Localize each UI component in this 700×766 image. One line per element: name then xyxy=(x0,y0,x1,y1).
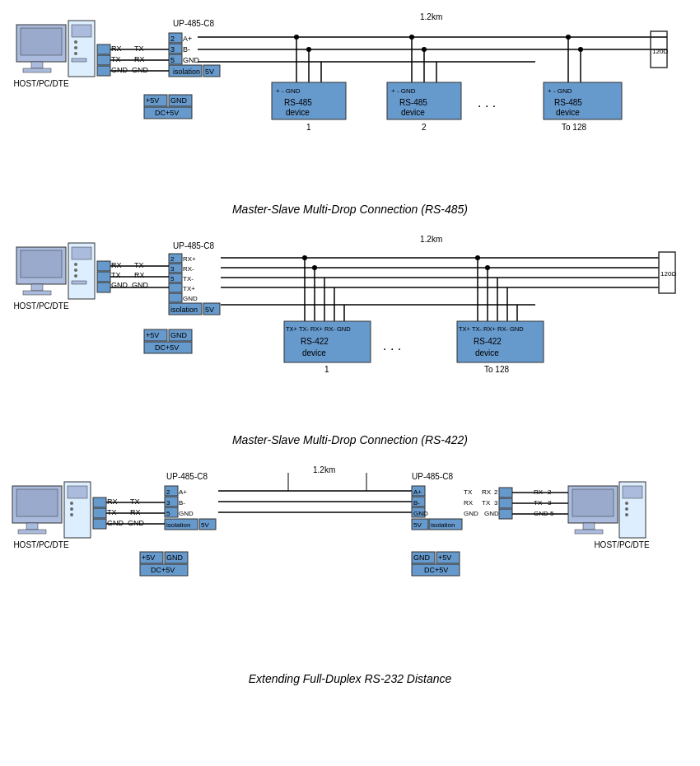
svg-point-173 xyxy=(70,502,73,505)
svg-text:HOST/PC/DTE: HOST/PC/DTE xyxy=(13,301,69,311)
svg-text:TX+ TX- RX+ RX- GND: TX+ TX- RX+ RX- GND xyxy=(459,325,524,333)
svg-text:HOST/PC/DTE: HOST/PC/DTE xyxy=(13,79,69,88)
svg-text:GND: GND xyxy=(183,295,198,302)
svg-text:+  -  GND: + - GND xyxy=(391,87,416,95)
svg-text:GND: GND xyxy=(484,510,499,517)
svg-text:. . .: . . . xyxy=(478,96,496,110)
svg-point-174 xyxy=(70,507,73,511)
svg-text:RX: RX xyxy=(482,488,492,496)
svg-rect-172 xyxy=(68,486,87,498)
svg-point-7 xyxy=(74,46,77,49)
svg-text:5: 5 xyxy=(170,56,175,64)
svg-rect-20 xyxy=(97,44,110,54)
svg-text:TX: TX xyxy=(111,55,121,63)
svg-text:isolation: isolation xyxy=(166,521,190,529)
svg-text:UP-485-C8: UP-485-C8 xyxy=(173,19,214,28)
svg-text:5V: 5V xyxy=(205,68,214,76)
svg-text:5V: 5V xyxy=(413,521,422,529)
svg-text:isolation: isolation xyxy=(170,306,198,314)
svg-rect-5 xyxy=(72,25,91,37)
svg-point-258 xyxy=(625,513,628,516)
rs485-diagram: HOST/PC/DTE 2 RX TX 3 TX RX 5 GND GND UP… xyxy=(8,8,692,198)
svg-text:GND: GND xyxy=(107,519,124,527)
svg-rect-85 xyxy=(21,250,62,278)
svg-text:TX: TX xyxy=(111,271,121,279)
svg-point-6 xyxy=(74,40,77,44)
svg-text:RX: RX xyxy=(134,271,145,279)
svg-text:. . .: . . . xyxy=(383,339,401,353)
svg-text:1: 1 xyxy=(306,123,311,132)
svg-text:UP-485-C8: UP-485-C8 xyxy=(412,472,453,481)
svg-point-257 xyxy=(625,507,628,511)
svg-text:GND: GND xyxy=(534,510,548,517)
svg-text:To 128: To 128 xyxy=(562,123,586,132)
svg-text:2: 2 xyxy=(170,35,175,43)
svg-rect-106 xyxy=(97,283,110,292)
svg-text:RX: RX xyxy=(111,44,122,53)
section-rs422: HOST/PC/DTE 2 RX TX 3 TX RX 5 GND GND UP… xyxy=(8,231,692,446)
svg-point-8 xyxy=(74,52,77,55)
svg-text:5V: 5V xyxy=(201,521,209,529)
svg-rect-105 xyxy=(97,272,110,282)
svg-point-92 xyxy=(74,274,77,278)
svg-text:RX+: RX+ xyxy=(183,255,196,263)
svg-rect-119 xyxy=(169,293,182,302)
svg-text:B-: B- xyxy=(179,499,185,507)
svg-text:3: 3 xyxy=(548,499,552,507)
svg-text:TX: TX xyxy=(534,499,543,507)
svg-text:+5V: +5V xyxy=(146,96,159,105)
svg-rect-240 xyxy=(499,509,512,519)
svg-text:GND: GND xyxy=(179,510,194,517)
svg-point-175 xyxy=(70,513,73,516)
svg-text:DC+5V: DC+5V xyxy=(155,109,179,117)
svg-text:1.2km: 1.2km xyxy=(420,12,442,21)
svg-point-79 xyxy=(306,47,311,52)
svg-rect-188 xyxy=(93,519,106,529)
svg-text:device: device xyxy=(302,348,326,357)
svg-text:GND: GND xyxy=(132,66,149,74)
svg-text:isolation: isolation xyxy=(173,68,200,76)
svg-text:To 128: To 128 xyxy=(484,365,509,374)
svg-text:+5V: +5V xyxy=(438,553,451,562)
svg-rect-239 xyxy=(499,498,512,508)
svg-text:RX: RX xyxy=(107,497,118,506)
svg-rect-252 xyxy=(583,523,595,530)
svg-text:RS-485: RS-485 xyxy=(554,98,582,107)
svg-rect-238 xyxy=(499,488,512,497)
svg-point-82 xyxy=(566,35,571,40)
svg-text:DC+5V: DC+5V xyxy=(424,566,448,574)
svg-point-81 xyxy=(422,47,427,52)
svg-point-166 xyxy=(485,265,490,270)
svg-rect-170 xyxy=(18,530,46,534)
svg-text:device: device xyxy=(286,108,310,117)
svg-text:TX: TX xyxy=(482,499,491,507)
svg-text:GND: GND xyxy=(128,519,145,527)
section-rs485: HOST/PC/DTE 2 RX TX 3 TX RX 5 GND GND UP… xyxy=(8,8,692,216)
svg-text:RX: RX xyxy=(134,55,145,63)
svg-point-90 xyxy=(74,263,77,266)
svg-text:5: 5 xyxy=(170,275,175,283)
svg-text:2: 2 xyxy=(494,488,498,496)
svg-text:3: 3 xyxy=(166,499,170,507)
svg-text:120Ω: 120Ω xyxy=(660,270,676,278)
svg-text:GND: GND xyxy=(413,553,431,562)
svg-text:A+: A+ xyxy=(413,488,422,496)
svg-text:HOST/PC/DTE: HOST/PC/DTE xyxy=(13,540,69,549)
svg-text:+  -  GND: + - GND xyxy=(548,87,572,95)
svg-text:1.2km: 1.2km xyxy=(313,465,335,474)
svg-rect-21 xyxy=(97,55,110,65)
svg-text:2: 2 xyxy=(170,255,175,263)
svg-text:TX: TX xyxy=(134,261,144,269)
svg-text:5: 5 xyxy=(166,510,170,517)
svg-text:GND: GND xyxy=(170,331,188,339)
svg-text:+5V: +5V xyxy=(142,553,155,562)
section-rs232: HOST/PC/DTE 2 RX TX 3 TX RX 5 GND GND UP… xyxy=(8,461,692,685)
svg-text:3: 3 xyxy=(170,45,175,54)
svg-text:A+: A+ xyxy=(179,488,187,496)
rs232-caption: Extending Full-Duplex RS-232 Distance xyxy=(8,672,692,685)
svg-text:+  -  GND: + - GND xyxy=(276,87,301,95)
svg-text:isolation: isolation xyxy=(431,521,455,529)
svg-text:HOST/PC/DTE: HOST/PC/DTE xyxy=(594,540,650,549)
svg-rect-93 xyxy=(72,281,86,284)
rs422-caption: Master-Slave Multi-Drop Connection (RS-4… xyxy=(8,433,692,446)
